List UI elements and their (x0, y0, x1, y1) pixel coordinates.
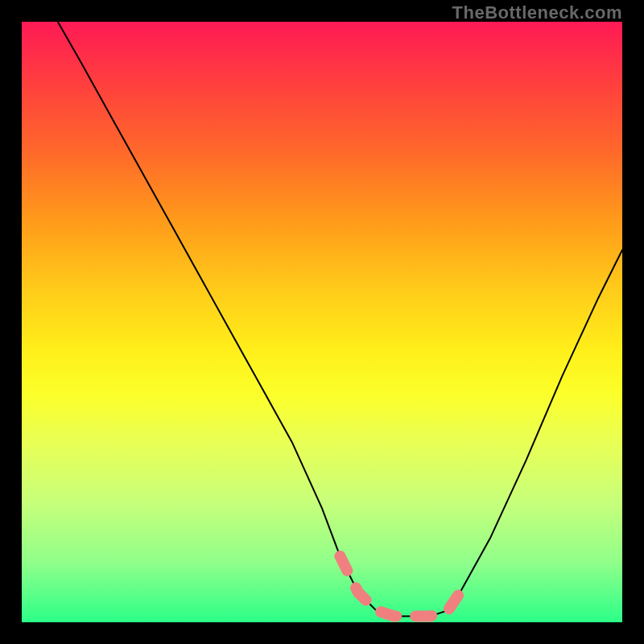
chart-container: TheBottleneck.com (0, 0, 644, 644)
trough-marker (340, 556, 460, 617)
watermark-text: TheBottleneck.com (452, 2, 622, 23)
plot-area (22, 22, 622, 622)
bottleneck-curve (58, 22, 622, 617)
chart-svg (22, 22, 622, 622)
